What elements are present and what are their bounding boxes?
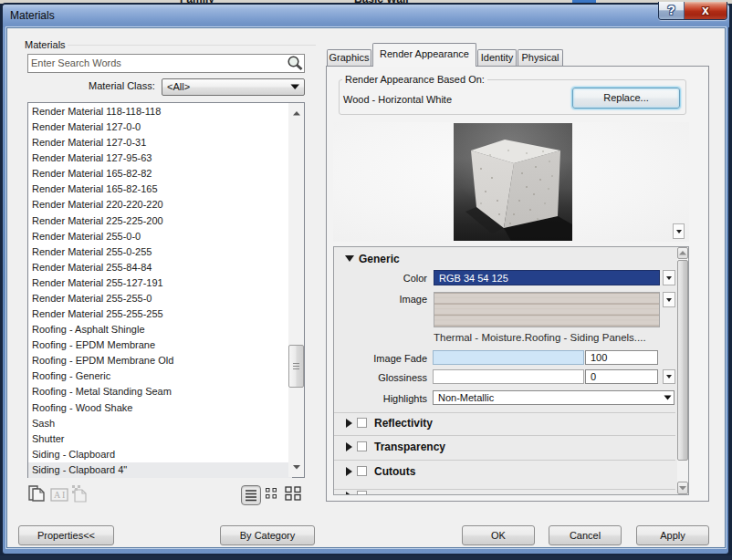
- svg-text:I: I: [62, 490, 65, 500]
- svg-text:A: A: [54, 490, 61, 500]
